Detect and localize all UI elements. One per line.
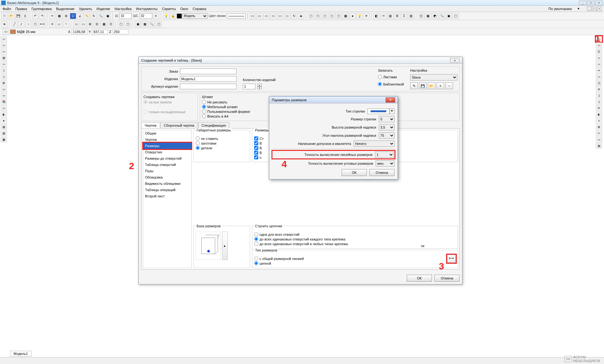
misc-5-icon[interactable]: ▣: [446, 13, 452, 19]
dims-v2-check[interactable]: [254, 146, 258, 150]
chain-any-radio[interactable]: [254, 242, 258, 246]
angle-select[interactable]: 75: [379, 132, 394, 139]
report-icon[interactable]: ▤: [387, 13, 394, 19]
sel-1-icon[interactable]: ▢: [118, 21, 124, 27]
side-r-4-icon[interactable]: ▭: [596, 55, 602, 61]
dims-v1-check[interactable]: [254, 141, 258, 145]
side-r-7-icon[interactable]: ▭: [596, 74, 602, 80]
cube-next-btn[interactable]: ▸: [222, 232, 228, 260]
cut-icon[interactable]: ✂: [49, 13, 55, 19]
plane-icon[interactable]: ▱: [56, 21, 62, 27]
group-5-icon[interactable]: ▦: [101, 21, 107, 27]
box-5-icon[interactable]: ▢: [336, 13, 342, 19]
dimtype-chain-radio[interactable]: [254, 261, 258, 265]
side-r-16-icon[interactable]: ✂: [596, 130, 602, 136]
settings-add-icon[interactable]: +: [437, 82, 444, 89]
side-r-12-icon[interactable]: ⟳: [596, 105, 602, 111]
side-r-10-icon[interactable]: ▯: [596, 93, 602, 98]
y-input[interactable]: [92, 29, 108, 34]
isometric-icon[interactable]: ◈: [298, 13, 304, 19]
workspace-select[interactable]: По умолчанию: [549, 7, 572, 11]
tab-assembly[interactable]: Сборочный чертеж: [160, 122, 198, 128]
menu-group[interactable]: Группировка: [31, 7, 52, 11]
x-input[interactable]: [72, 29, 87, 34]
tolerance-select[interactable]: Ничего: [354, 141, 394, 147]
menu-file[interactable]: Файл: [3, 7, 11, 11]
dialog1-ok[interactable]: ОК: [407, 275, 432, 282]
magnet-icon[interactable]: U: [70, 13, 76, 19]
list-icon[interactable]: ☰: [394, 13, 400, 19]
maximize-button[interactable]: □: [587, 1, 595, 5]
mdi-close[interactable]: ×: [597, 7, 601, 11]
dims-put-check[interactable]: [254, 136, 258, 141]
misc-2-icon[interactable]: ▦: [425, 13, 431, 19]
dims-o-check[interactable]: [254, 155, 258, 159]
win-1-icon[interactable]: ▣: [135, 21, 141, 27]
side-r-17-icon[interactable]: ▭: [596, 137, 602, 142]
ball-icon[interactable]: ●: [350, 13, 356, 19]
save-icon[interactable]: 💾: [15, 13, 21, 19]
group-3-icon[interactable]: ⊞: [87, 21, 93, 27]
side-l-4-icon[interactable]: ▨: [1, 55, 7, 61]
list-item[interactable]: Таблица отверстий: [143, 162, 191, 168]
axes-icon[interactable]: ✕: [49, 21, 55, 27]
side-l-13-icon[interactable]: ◐: [1, 112, 7, 117]
article-input[interactable]: [180, 84, 237, 89]
menu-help[interactable]: Справка: [193, 7, 206, 11]
linear-prec-select[interactable]: 1: [375, 152, 394, 158]
ov-none-radio[interactable]: [196, 136, 200, 141]
menu-select[interactable]: Выделение: [56, 7, 74, 11]
side-r-5-icon[interactable]: ▭: [596, 61, 602, 67]
side-r-6-icon[interactable]: ⇔: [596, 68, 602, 73]
sel-2-icon[interactable]: ▢: [125, 21, 131, 27]
product-input[interactable]: [180, 76, 237, 82]
side-l-10-icon[interactable]: ▭: [1, 93, 7, 98]
box-1-icon[interactable]: ▢: [308, 13, 314, 19]
list-item[interactable]: Облицовка: [143, 174, 191, 180]
group-1-icon[interactable]: ▭: [73, 21, 79, 27]
qty-input[interactable]: [243, 84, 255, 89]
chart-icon[interactable]: ▥: [408, 13, 414, 19]
qty-down[interactable]: ▾: [257, 86, 262, 89]
menu-tools[interactable]: Инструменты: [136, 7, 158, 11]
angular-prec-select[interactable]: мин.: [376, 160, 394, 167]
menu-delete[interactable]: Удалить: [79, 7, 92, 11]
save-lib-radio[interactable]: [378, 82, 382, 86]
side-l-17-icon[interactable]: ▦: [1, 137, 7, 142]
side-r-11-icon[interactable]: ▯: [596, 99, 602, 105]
color-swatch[interactable]: [177, 14, 182, 19]
win-3-icon[interactable]: ▢: [155, 21, 162, 27]
hexagon-icon[interactable]: ⬡: [32, 21, 38, 27]
parallel-icon[interactable]: ⫽: [18, 21, 25, 27]
text-height-select[interactable]: 3,5: [379, 124, 394, 130]
measure-icon[interactable]: 📏: [84, 13, 90, 19]
side-l-2-icon[interactable]: ▭: [1, 42, 7, 48]
box-4-icon[interactable]: ▢: [329, 13, 335, 19]
refresh-icon[interactable]: ↻: [91, 13, 97, 19]
side-l-9-icon[interactable]: ▭: [1, 86, 7, 92]
open-icon[interactable]: 📂: [8, 13, 14, 19]
zoom-icon[interactable]: 🔍: [98, 13, 104, 19]
view3d-3-icon[interactable]: ▭: [263, 13, 270, 19]
box-2-icon[interactable]: ▢: [315, 13, 321, 19]
win-2-icon[interactable]: ▦: [142, 21, 148, 27]
sigma-icon[interactable]: Σ: [401, 13, 407, 19]
settings-select[interactable]: Slava: [410, 74, 457, 80]
arrow-icon[interactable]: ➤: [1, 21, 8, 27]
ov-detail-radio[interactable]: [196, 146, 200, 150]
dialog1-cancel[interactable]: Отмена: [434, 275, 460, 282]
chain-same-radio[interactable]: [254, 237, 258, 241]
list-item[interactable]: Общие: [143, 130, 191, 136]
side-l-8-icon[interactable]: ⊞: [1, 80, 7, 86]
circle-icon[interactable]: ○: [25, 21, 31, 27]
line-preview[interactable]: [227, 14, 246, 19]
misc-3-icon[interactable]: ◩: [432, 13, 438, 19]
document-tab[interactable]: Модель1: [10, 351, 31, 356]
dim-params-button[interactable]: ⟷: [447, 255, 456, 263]
side-l-1-icon[interactable]: ▭: [1, 36, 7, 42]
qty-up[interactable]: ▴: [257, 84, 262, 86]
side-l-3-icon[interactable]: ▭: [1, 49, 7, 54]
tool-icon[interactable]: ▣: [104, 13, 111, 19]
mdi-restore[interactable]: □: [592, 7, 596, 11]
bulb2-icon[interactable]: 💡: [356, 13, 363, 19]
